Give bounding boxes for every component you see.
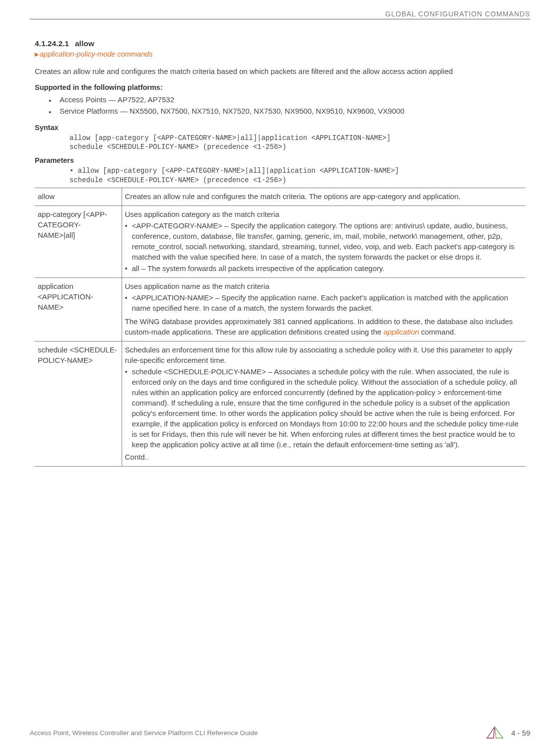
breadcrumb-arrow-icon: ▶ — [35, 51, 39, 58]
bullet-icon: • — [49, 95, 51, 107]
footer-guide-title: Access Point, Wireless Controller and Se… — [30, 729, 258, 737]
table-row: schedule <SCHEDULE-POLICY-NAME> Schedule… — [35, 341, 525, 466]
parameters-code: • allow [app-category [<APP-CATEGORY-NAM… — [35, 166, 525, 184]
page-content: 4.1.24.2.1allow ▶application-policy-mode… — [30, 39, 530, 467]
param-outro: The WiNG database provides approximately… — [125, 316, 522, 337]
header-rule — [30, 19, 530, 19]
param-desc: Uses application category as the match c… — [122, 205, 525, 277]
param-key: allow — [35, 188, 122, 205]
supported-heading: Supported in the following platforms: — [35, 83, 525, 91]
section-heading: 4.1.24.2.1allow — [35, 39, 525, 48]
param-key: application <APPLICATION-NAME> — [35, 277, 122, 341]
list-item: all – The system forwards all packets ir… — [125, 263, 522, 273]
intro-paragraph: Creates an allow rule and configures the… — [35, 66, 525, 76]
breadcrumb: ▶application-policy-mode commands — [35, 50, 525, 58]
chapter-header: GLOBAL CONFIGURATION COMMANDS — [30, 10, 530, 19]
platform-list: •Access Points — AP7522, AP7532 •Service… — [35, 94, 525, 117]
param-key: app-category [<APP-CATEGORY-NAME>|all] — [35, 205, 122, 277]
list-item: schedule <SCHEDULE-POLICY-NAME> – Associ… — [125, 366, 522, 450]
section-number: 4.1.24.2.1 — [35, 39, 69, 48]
section-title: allow — [75, 39, 94, 48]
breadcrumb-text: application-policy-mode commands — [40, 50, 152, 58]
parameters-table: allow Creates an allow rule and configur… — [35, 188, 525, 467]
table-row: app-category [<APP-CATEGORY-NAME>|all] U… — [35, 205, 525, 277]
parameters-heading: Parameters — [35, 156, 525, 164]
list-item: •Access Points — AP7522, AP7532 — [35, 94, 525, 106]
page-number: 4 - 59 — [511, 729, 530, 737]
list-item: <APP-CATEGORY-NAME> – Specify the applic… — [125, 220, 522, 262]
param-key: schedule <SCHEDULE-POLICY-NAME> — [35, 341, 122, 466]
list-item: <APPLICATION-NAME> – Specify the applica… — [125, 292, 522, 313]
application-link[interactable]: application — [383, 328, 419, 336]
syntax-code: allow [app-category [<APP-CATEGORY-NAME>… — [35, 134, 525, 151]
chapter-title: GLOBAL CONFIGURATION COMMANDS — [30, 10, 530, 19]
list-item: •Service Platforms — NX5500, NX7500, NX7… — [35, 106, 525, 117]
page-footer: Access Point, Wireless Controller and Se… — [30, 726, 530, 739]
param-desc: Schedules an enforcement time for this a… — [122, 341, 525, 466]
param-desc: Uses application name as the match crite… — [122, 277, 525, 341]
footer-logo-icon — [487, 726, 503, 739]
table-row: application <APPLICATION-NAME> Uses appl… — [35, 277, 525, 341]
table-row: allow Creates an allow rule and configur… — [35, 188, 525, 205]
param-desc: Creates an allow rule and configures the… — [122, 188, 525, 205]
bullet-icon: • — [49, 107, 51, 118]
syntax-heading: Syntax — [35, 124, 525, 132]
